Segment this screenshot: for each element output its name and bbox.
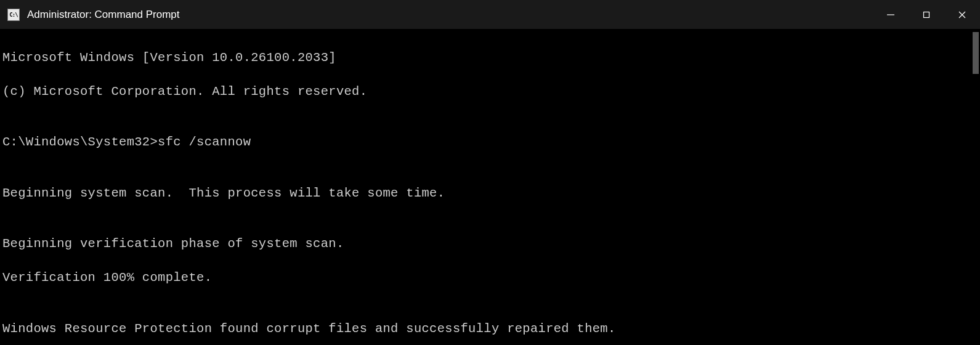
cmd-app-icon: C:\	[7, 9, 20, 21]
vertical-scrollbar[interactable]	[973, 32, 979, 74]
output-line: (c) Microsoft Corporation. All rights re…	[2, 83, 978, 100]
output-line: Windows Resource Protection found corrup…	[2, 320, 978, 338]
window-title: Administrator: Command Prompt	[27, 9, 180, 21]
output-line: Microsoft Windows [Version 10.0.26100.20…	[2, 49, 978, 67]
titlebar-left: C:\ Administrator: Command Prompt	[0, 9, 180, 21]
window-titlebar: C:\ Administrator: Command Prompt	[0, 0, 980, 30]
output-line: Beginning verification phase of system s…	[2, 235, 978, 253]
output-line: Beginning system scan. This process will…	[2, 185, 978, 202]
minimize-button[interactable]	[873, 0, 909, 29]
maximize-icon	[922, 10, 931, 19]
window-controls	[873, 0, 980, 29]
svg-rect-1	[924, 12, 929, 17]
close-button[interactable]	[944, 0, 980, 29]
minimize-icon	[886, 10, 895, 19]
terminal-output[interactable]: Microsoft Windows [Version 10.0.26100.20…	[0, 30, 980, 345]
output-line: Verification 100% complete.	[2, 269, 978, 286]
prompt-path: C:\Windows\System32>	[2, 135, 158, 149]
close-icon	[958, 10, 966, 19]
prompt-line: C:\Windows\System32>sfc /scannow	[2, 134, 978, 151]
maximize-button[interactable]	[909, 0, 944, 29]
prompt-command: sfc /scannow	[158, 135, 251, 149]
